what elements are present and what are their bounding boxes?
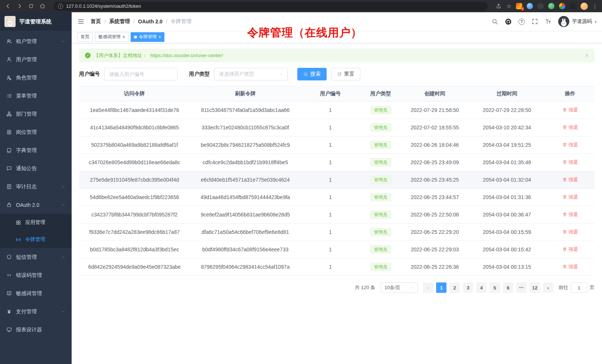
table-row[interactable]: c342377bf8b344799dcbf7bf095287f2 9ce8ef2… [79,206,595,224]
sidebar-item-dict[interactable]: 字典管理 [0,141,72,159]
search-button[interactable]: 搜索 [297,68,327,80]
sidebar-item-error-code[interactable]: 错误码管理 [0,266,72,284]
force-logout-button[interactable]: 强退 [562,159,578,166]
browser-back-button[interactable] [4,3,11,10]
force-logout-button[interactable]: 强退 [562,229,578,235]
address-bar[interactable]: i 127.0.0.1:1024/system/oauth2/token [53,2,488,11]
goto-page-input[interactable] [571,282,587,293]
hamburger-icon[interactable] [77,18,85,25]
extension-icon-blue[interactable] [527,3,533,9]
fullscreen-icon[interactable] [531,18,538,25]
log-document-icon [6,184,12,189]
search-icon[interactable] [491,18,498,25]
sidebar-item-role[interactable]: 角色管理 [0,69,72,87]
sidebar-item-post[interactable]: 岗位管理 [0,123,72,141]
expire-time-cell: 2054-03-04 00:15:59 [468,224,546,241]
font-size-icon[interactable] [545,18,552,25]
next-page-button[interactable]: › [543,282,553,293]
sidebar-item-menu[interactable]: 菜单管理 [0,87,72,105]
page-button-3[interactable]: 3 [463,282,473,293]
extension-icon-pinwheel[interactable] [559,3,565,9]
site-info-icon[interactable]: i [58,4,63,9]
force-logout-button[interactable]: 强退 [562,264,578,270]
breadcrumb-system[interactable]: 系统管理 [109,18,130,25]
browser-home-button[interactable] [39,3,46,10]
help-icon[interactable]: ? [518,19,525,25]
page-button-2[interactable]: 2 [449,282,460,293]
tab-token[interactable]: 令牌管理 × [131,32,164,42]
top-navbar: 首页 / 系统管理 / OAuth 2.0 / 令牌管理 ? 芋道源码 [72,12,602,31]
app-logo[interactable]: 芋道管理系统 [0,12,72,31]
sidebar-item-oauth-token[interactable]: 令牌管理 [0,231,72,248]
user-type-badge: 管理员 [370,141,391,149]
user-menu[interactable]: 芋道源码 ▾ [558,16,596,27]
sidebar-item-oauth-app[interactable]: 应用管理 [0,214,72,231]
tab-label: 令牌管理 [139,34,157,40]
breadcrumb-oauth[interactable]: OAuth 2.0 [138,19,163,24]
tab-label: 敏感词管理 [98,34,121,40]
bookmark-star-icon[interactable]: ☆ [507,3,511,10]
browser-reload-button[interactable] [27,3,34,10]
sidebar-item-sensitive-word[interactable]: 敏感词管理 [0,284,72,302]
page-ellipsis-button[interactable]: ••• [516,282,527,293]
sidebar-item-user[interactable]: 用户管理 [0,50,72,69]
force-logout-button[interactable]: 强退 [562,176,578,183]
sidebar-item-audit-log[interactable]: 审计日志 [0,178,72,196]
sidebar-item-report-designer[interactable]: 报表设计器 [0,321,72,339]
table-row[interactable]: b0d1785bc3a8482f812db4a3f3bd15ec b0df498… [79,241,595,258]
page-button-last[interactable]: 12 [530,282,540,293]
alert-close-icon[interactable]: × [585,52,589,59]
table-row[interactable]: 275e5de9151045fe87cbdc395e004f4d e6cfd40… [79,171,595,189]
table-row[interactable]: 41c41346a548490f9dc8b01c6bfe0865 333ecfc… [79,119,595,136]
delete-icon [562,229,567,234]
extension-icon-dark[interactable] [537,3,544,9]
force-logout-button[interactable]: 强退 [562,107,578,113]
force-logout-button[interactable]: 强退 [562,246,578,253]
table-row[interactable]: 502375b8040a469a9b82188afdf6af1f be90422… [79,136,595,154]
page-button-1[interactable]: 1 [436,282,446,293]
force-logout-button[interactable]: 强退 [562,142,578,148]
table-row[interactable]: 54d6be82ee5a460a9aedc1f9bf223656 49d1aa4… [79,189,595,206]
extension-icon-green[interactable] [548,3,554,9]
reset-button[interactable]: 重置 [331,68,360,80]
sidebar-item-dept[interactable]: 部门管理 [0,105,72,123]
sidebar-item-notice[interactable]: 通知公告 [0,159,72,178]
force-logout-button[interactable]: 强退 [562,124,578,131]
goto-label: 前往 [559,284,568,291]
prev-page-button[interactable]: ‹ [423,282,433,293]
share-icon[interactable] [495,3,502,10]
page-button-4[interactable]: 4 [476,282,487,293]
github-icon[interactable] [505,18,512,25]
extension-icon-red[interactable]: 0 [516,3,522,9]
tab-home[interactable]: 首页 [77,32,93,42]
doc-link[interactable]: https://doc.iocoder.cn/user-center/ [150,53,223,58]
browser-menu-icon[interactable]: ⋮ [592,3,598,9]
table-row[interactable]: f9336e7c7dd242a283ee98dc86b17a87 dfa6c71… [79,224,595,241]
col-expire-time: 过期时间 [468,86,546,102]
close-icon[interactable]: × [122,35,125,39]
breadcrumb-home[interactable]: 首页 [91,18,101,25]
tab-sensitive-word[interactable]: 敏感词管理 × [95,32,128,42]
browser-profile-avatar[interactable] [580,3,588,10]
sidebar-item-tenant[interactable]: 租户管理 [0,32,72,50]
action-cell: 强退 [546,189,595,206]
sidebar-item-oauth[interactable]: OAuth 2.0 [0,196,72,214]
page-size-select[interactable]: 10条/页 [380,282,418,293]
close-icon[interactable]: × [158,35,161,39]
force-logout-button[interactable]: 强退 [562,211,578,218]
extension-icon-square[interactable] [570,3,576,9]
chevron-down-icon [410,285,415,290]
force-logout-button[interactable]: 强退 [562,194,578,201]
user-type-select[interactable]: 请选择用户类型 [214,68,288,80]
create-time-cell: 2022-06-25 22:29:03 [401,241,468,258]
page-button-5[interactable]: 5 [490,282,500,293]
chevron-up-icon [61,203,65,207]
page-button-6[interactable]: 6 [503,282,513,293]
sidebar-item-sms[interactable]: 短信管理 [0,248,72,266]
table-row[interactable]: 1ea5e44f8bc1467aaede43144f31de76 811c530… [79,102,595,119]
table-row[interactable]: c347026e805e4d99b0d116eae66eda8c cdfc4ce… [79,154,595,171]
sidebar-item-pay[interactable]: ¥ 支付管理 [0,302,72,321]
user-id-input[interactable] [104,68,178,80]
table-row[interactable]: 6d842e2924594de9a09e45e087323abe 8796295… [79,258,595,276]
browser-forward-button[interactable] [16,3,23,10]
